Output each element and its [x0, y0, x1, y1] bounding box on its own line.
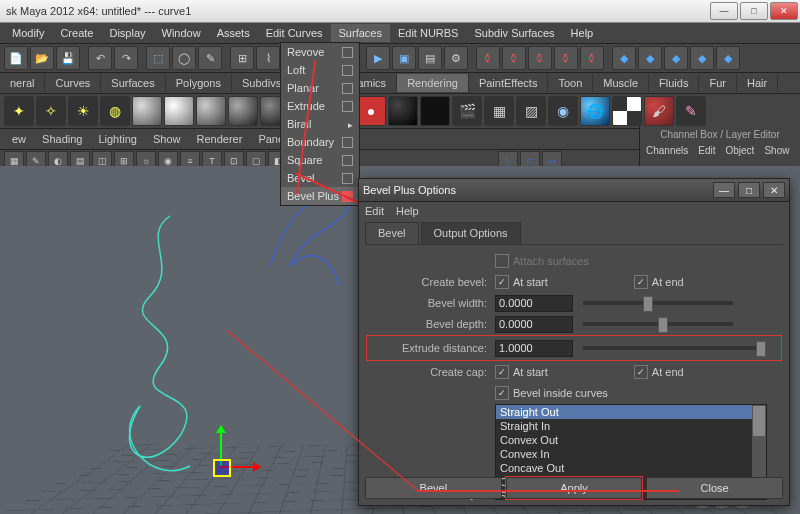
- magnet-5[interactable]: ⧲: [580, 46, 604, 70]
- menu-item-loft[interactable]: Loft: [281, 61, 359, 79]
- tool-snap-grid[interactable]: ⊞: [230, 46, 254, 70]
- shelf-paint[interactable]: 🖌: [644, 96, 674, 126]
- bevel-width-input[interactable]: [495, 295, 573, 312]
- panel-shading[interactable]: Shading: [34, 130, 90, 148]
- cb-tab-show[interactable]: Show: [764, 145, 789, 156]
- minimize-button[interactable]: —: [710, 2, 738, 20]
- style-convex-in[interactable]: Convex In: [496, 447, 766, 461]
- tool-snap-curve[interactable]: ⌇: [256, 46, 280, 70]
- tool-undo[interactable]: ↶: [88, 46, 112, 70]
- magnet-2[interactable]: ⧲: [502, 46, 526, 70]
- bevel-inside-checkbox[interactable]: [495, 386, 509, 400]
- magnet-3[interactable]: ⧲: [528, 46, 552, 70]
- create-cap-end-checkbox[interactable]: [634, 365, 648, 379]
- shelf-globe[interactable]: 🌐: [580, 96, 610, 126]
- shelf-mat-1[interactable]: [132, 96, 162, 126]
- shelf-tab-surfaces[interactable]: Surfaces: [101, 74, 165, 92]
- tool-open[interactable]: 📂: [30, 46, 54, 70]
- shelf-hyper[interactable]: ◉: [548, 96, 578, 126]
- dialog-tab-output[interactable]: Output Options: [421, 222, 521, 244]
- magnet-4[interactable]: ⧲: [554, 46, 578, 70]
- menu-item-extrude[interactable]: Extrude: [281, 97, 359, 115]
- tool-render-globals[interactable]: ⚙: [444, 46, 468, 70]
- shelf-globals[interactable]: ▨: [516, 96, 546, 126]
- menu-item-planar[interactable]: Planar: [281, 79, 359, 97]
- shelf-tab-curves[interactable]: Curves: [45, 74, 101, 92]
- menu-assets[interactable]: Assets: [209, 24, 258, 42]
- extrude-distance-input[interactable]: [495, 340, 573, 357]
- cb-tab-channels[interactable]: Channels: [646, 145, 688, 156]
- maximize-button[interactable]: □: [740, 2, 768, 20]
- magnet-1[interactable]: ⧲: [476, 46, 500, 70]
- create-bevel-start-checkbox[interactable]: [495, 275, 509, 289]
- tool-save[interactable]: 💾: [56, 46, 80, 70]
- shelf-tab-fur[interactable]: Fur: [699, 74, 737, 92]
- shelf-mat-black[interactable]: [388, 96, 418, 126]
- style-concave-out[interactable]: Concave Out: [496, 461, 766, 475]
- tool-render-view[interactable]: ▤: [418, 46, 442, 70]
- cb-tab-object[interactable]: Object: [726, 145, 755, 156]
- const-1[interactable]: ◆: [612, 46, 636, 70]
- dialog-close[interactable]: ✕: [763, 182, 785, 198]
- shelf-tab-painteffects[interactable]: PaintEffects: [469, 74, 549, 92]
- tool-ipr[interactable]: ▣: [392, 46, 416, 70]
- menu-display[interactable]: Display: [101, 24, 153, 42]
- tool-paint[interactable]: ✎: [198, 46, 222, 70]
- panel-lighting[interactable]: Lighting: [90, 130, 145, 148]
- shelf-mat-3[interactable]: [196, 96, 226, 126]
- tool-lasso[interactable]: ◯: [172, 46, 196, 70]
- const-3[interactable]: ◆: [664, 46, 688, 70]
- create-bevel-end-checkbox[interactable]: [634, 275, 648, 289]
- cb-tab-edit[interactable]: Edit: [698, 145, 715, 156]
- shelf-mat-4[interactable]: [228, 96, 258, 126]
- dialog-menu-help[interactable]: Help: [396, 205, 419, 217]
- menu-item-square[interactable]: Square: [281, 151, 359, 169]
- shelf-light-2[interactable]: ✧: [36, 96, 66, 126]
- shelf-light-4[interactable]: ◍: [100, 96, 130, 126]
- bevel-button[interactable]: Bevel: [365, 477, 502, 499]
- shelf-tab-fluids[interactable]: Fluids: [649, 74, 699, 92]
- tool-redo[interactable]: ↷: [114, 46, 138, 70]
- bevel-depth-input[interactable]: [495, 316, 573, 333]
- menu-item-revolve[interactable]: Revove: [281, 43, 359, 61]
- dialog-menu-edit[interactable]: Edit: [365, 205, 384, 217]
- shelf-batch[interactable]: ▦: [484, 96, 514, 126]
- shelf-render-3[interactable]: ●: [356, 96, 386, 126]
- style-straight-in[interactable]: Straight In: [496, 419, 766, 433]
- tool-select[interactable]: ⬚: [146, 46, 170, 70]
- const-2[interactable]: ◆: [638, 46, 662, 70]
- apply-button[interactable]: Apply: [506, 477, 643, 499]
- bevel-depth-slider[interactable]: [583, 322, 733, 326]
- menu-item-birail[interactable]: Birail: [281, 115, 359, 133]
- dialog-tab-bevel[interactable]: Bevel: [365, 222, 419, 244]
- shelf-tab-rendering[interactable]: Rendering: [397, 74, 469, 92]
- menu-edit-curves[interactable]: Edit Curves: [258, 24, 331, 42]
- shelf-light-3[interactable]: ☀: [68, 96, 98, 126]
- shelf-light-1[interactable]: ✦: [4, 96, 34, 126]
- const-5[interactable]: ◆: [716, 46, 740, 70]
- menu-window[interactable]: Window: [154, 24, 209, 42]
- shelf-tab-muscle[interactable]: Muscle: [593, 74, 649, 92]
- close-button[interactable]: ✕: [770, 2, 798, 20]
- dialog-minimize[interactable]: —: [713, 182, 735, 198]
- extrude-distance-slider[interactable]: [583, 346, 763, 350]
- menu-edit-nurbs[interactable]: Edit NURBS: [390, 24, 467, 42]
- shelf-clapboard[interactable]: 🎬: [452, 96, 482, 126]
- shelf-tab-toon[interactable]: Toon: [548, 74, 593, 92]
- shelf-tab-general[interactable]: neral: [0, 74, 45, 92]
- close-button-dialog[interactable]: Close: [646, 477, 783, 499]
- shelf-mat-black2[interactable]: [420, 96, 450, 126]
- tool-render[interactable]: ▶: [366, 46, 390, 70]
- create-cap-start-checkbox[interactable]: [495, 365, 509, 379]
- panel-view[interactable]: ew: [4, 130, 34, 148]
- menu-surfaces[interactable]: Surfaces: [331, 24, 390, 42]
- const-4[interactable]: ◆: [690, 46, 714, 70]
- menu-create[interactable]: Create: [52, 24, 101, 42]
- panel-show[interactable]: Show: [145, 130, 189, 148]
- menu-modify[interactable]: Modify: [4, 24, 52, 42]
- style-straight-out[interactable]: Straight Out: [496, 405, 766, 419]
- shelf-tab-polygons[interactable]: Polygons: [166, 74, 232, 92]
- bevel-width-slider[interactable]: [583, 301, 733, 305]
- menu-item-boundary[interactable]: Boundary: [281, 133, 359, 151]
- panel-renderer[interactable]: Renderer: [189, 130, 251, 148]
